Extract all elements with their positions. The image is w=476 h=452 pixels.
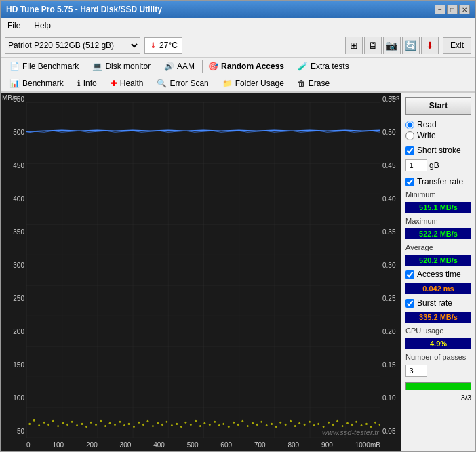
- progress-bar-container: [405, 382, 471, 390]
- svg-point-7: [52, 420, 54, 422]
- svg-point-73: [365, 423, 368, 425]
- tabs-row2: 📊 Benchmark ℹ Info ✚ Health 🔍 Error Scan…: [1, 75, 475, 93]
- svg-point-21: [119, 421, 121, 423]
- tab-random-access[interactable]: 🎯 Random Access: [202, 60, 290, 73]
- svg-point-18: [104, 425, 106, 427]
- svg-point-23: [128, 423, 130, 425]
- svg-point-43: [222, 423, 224, 425]
- toolbar-icon-2[interactable]: 🖥: [364, 37, 382, 54]
- aam-icon: 🔊: [164, 62, 174, 71]
- svg-point-56: [285, 424, 287, 426]
- svg-point-45: [233, 422, 235, 424]
- svg-point-11: [71, 421, 73, 423]
- cpu-usage-label: CPU usage: [405, 327, 471, 335]
- svg-point-42: [218, 424, 220, 426]
- read-radio-item[interactable]: Read: [405, 120, 471, 129]
- transfer-rate-label: Transfer rate: [417, 177, 463, 186]
- transfer-rate-checkbox-item: Transfer rate: [405, 177, 471, 186]
- svg-point-58: [294, 425, 296, 427]
- tab-file-benchmark[interactable]: 📄 File Benchmark: [3, 60, 85, 73]
- chart-y-labels-right: 0.55 0.50 0.45 0.40 0.35 0.30 0.25 0.20 …: [380, 93, 401, 438]
- tab-aam[interactable]: 🔊 AAM: [158, 60, 201, 73]
- exit-button[interactable]: Exit: [443, 37, 471, 54]
- watermark: www.ssd-tester.fr: [322, 428, 379, 436]
- access-time-label: Access time: [417, 270, 461, 279]
- svg-point-6: [47, 424, 49, 426]
- passes-label: Number of passes: [405, 353, 471, 361]
- svg-point-26: [142, 424, 144, 426]
- svg-point-51: [260, 421, 262, 423]
- access-time-value: 0.042 ms: [405, 283, 471, 294]
- close-button[interactable]: ✕: [459, 5, 470, 14]
- svg-point-60: [304, 424, 306, 426]
- tab-folder-usage[interactable]: 📁 Folder Usage: [216, 77, 290, 90]
- toolbar-icon-1[interactable]: ⊞: [345, 37, 363, 54]
- short-stroke-input[interactable]: [405, 159, 427, 171]
- menu-file[interactable]: File: [3, 20, 24, 32]
- minimum-value: 515.1 MB/s: [405, 202, 471, 213]
- svg-point-3: [33, 419, 35, 422]
- svg-point-54: [275, 426, 277, 428]
- write-radio[interactable]: [405, 131, 414, 140]
- svg-point-28: [152, 425, 154, 427]
- read-radio[interactable]: [405, 121, 414, 129]
- tab-error-scan[interactable]: 🔍 Error Scan: [151, 77, 214, 90]
- short-stroke-checkbox[interactable]: [405, 146, 414, 155]
- write-radio-item[interactable]: Write: [405, 131, 471, 140]
- svg-point-14: [85, 426, 87, 428]
- minimize-button[interactable]: −: [435, 5, 445, 14]
- svg-point-47: [241, 420, 243, 422]
- svg-point-41: [214, 421, 216, 423]
- svg-point-46: [237, 424, 239, 426]
- svg-point-49: [252, 422, 254, 424]
- access-time-checkbox[interactable]: [405, 270, 414, 279]
- toolbar: Patriot P220 512GB (512 gB) 🌡 27°C ⊞ 🖥 📷…: [1, 33, 475, 58]
- tab-erase[interactable]: 🗑 Erase: [292, 77, 336, 90]
- maximize-button[interactable]: □: [447, 5, 458, 14]
- erase-icon: 🗑: [298, 79, 306, 88]
- svg-point-31: [166, 421, 168, 423]
- toolbar-icon-5[interactable]: ⬇: [421, 37, 439, 54]
- svg-point-63: [317, 423, 319, 425]
- svg-point-38: [199, 425, 201, 427]
- write-label: Write: [417, 131, 436, 140]
- info-icon: ℹ: [77, 79, 81, 88]
- toolbar-icon-4[interactable]: 🔄: [402, 37, 420, 54]
- svg-point-5: [43, 422, 45, 424]
- passes-input[interactable]: [405, 365, 427, 377]
- tab-random-access-label: Random Access: [221, 62, 284, 71]
- right-panel: Start Read Write Short stroke gB: [401, 93, 475, 451]
- tab-info-label: Info: [83, 79, 97, 88]
- file-benchmark-icon: 📄: [9, 62, 20, 71]
- svg-point-34: [180, 426, 182, 428]
- svg-point-57: [290, 420, 292, 422]
- burst-rate-checkbox[interactable]: [405, 299, 414, 308]
- burst-rate-value: 335.2 MB/s: [405, 312, 471, 323]
- temperature-display: 🌡 27°C: [144, 37, 182, 54]
- svg-point-4: [38, 424, 40, 426]
- svg-point-19: [109, 422, 111, 424]
- window-title: HD Tune Pro 5.75 - Hard Disk/SSD Utility: [6, 5, 162, 14]
- tab-disk-monitor[interactable]: 💻 Disk monitor: [86, 60, 157, 73]
- svg-point-39: [203, 422, 205, 424]
- read-write-radio-group: Read Write: [405, 120, 471, 140]
- toolbar-icon-3[interactable]: 📷: [383, 37, 401, 54]
- tab-aam-label: AAM: [177, 62, 195, 71]
- toolbar-icons: ⊞ 🖥 📷 🔄 ⬇: [345, 37, 439, 54]
- svg-point-70: [351, 424, 353, 426]
- menu-help[interactable]: Help: [30, 20, 55, 32]
- error-scan-icon: 🔍: [157, 79, 167, 88]
- tab-health[interactable]: ✚ Health: [104, 77, 150, 90]
- start-button[interactable]: Start: [405, 97, 471, 115]
- tab-extra-tests[interactable]: 🧪 Extra tests: [292, 60, 355, 73]
- svg-point-62: [313, 424, 315, 426]
- svg-point-75: [374, 422, 376, 424]
- folder-usage-icon: 📁: [222, 79, 233, 88]
- menu-bar: File Help: [1, 18, 475, 33]
- tab-benchmark[interactable]: 📊 Benchmark: [3, 77, 70, 90]
- transfer-rate-checkbox[interactable]: [405, 178, 414, 186]
- tab-info[interactable]: ℹ Info: [71, 77, 103, 90]
- svg-point-44: [228, 426, 230, 428]
- tabs-row1: 📄 File Benchmark 💻 Disk monitor 🔊 AAM 🎯 …: [1, 58, 475, 75]
- drive-select[interactable]: Patriot P220 512GB (512 gB): [5, 37, 140, 54]
